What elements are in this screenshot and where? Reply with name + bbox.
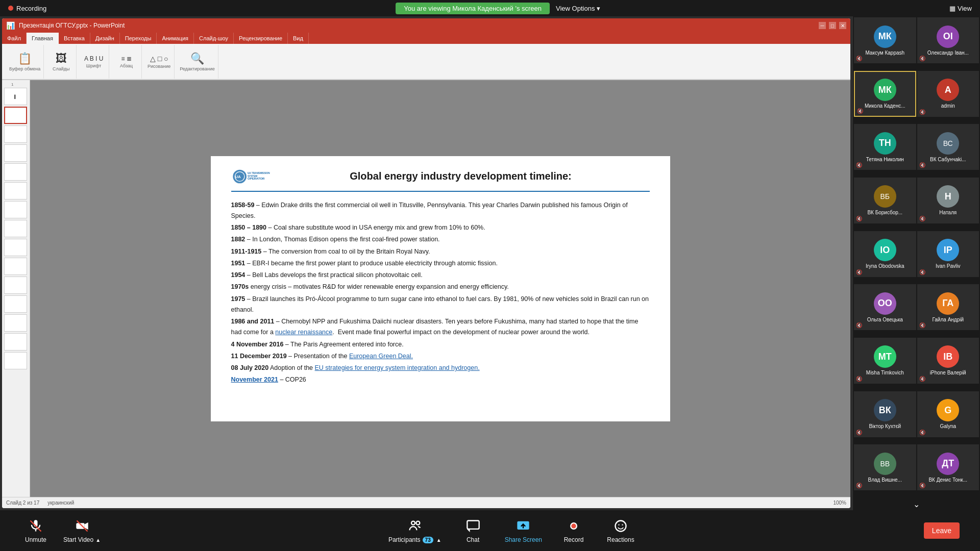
ribbon-tab-animation[interactable]: Анимация <box>157 33 194 44</box>
svg-text:OPERATOR: OPERATOR <box>248 177 265 180</box>
participant-name: admin <box>917 103 979 109</box>
paragraph-group-label: Абзац <box>120 63 133 68</box>
slide-thumb-1[interactable]: ▌ <box>4 88 27 105</box>
ppt-title: Презентація ОГТСУ.pptx - PowerPoint <box>19 22 125 29</box>
unmute-button[interactable]: Unmute <box>20 518 51 543</box>
slide-thumb-7[interactable] <box>4 201 27 218</box>
ribbon-tab-file[interactable]: Файл <box>2 33 27 44</box>
chat-icon <box>465 518 481 534</box>
participant-avatar: MT <box>874 345 896 368</box>
participant-name: Гайла Андрій <box>917 317 979 322</box>
chat-button[interactable]: Chat <box>458 518 488 543</box>
participant-tile-9[interactable]: IPIvan Pavliv🔇 <box>917 231 979 277</box>
svg-rect-14 <box>467 521 479 529</box>
participant-tile-3[interactable]: Aadmin🔇 <box>917 71 979 117</box>
slides-group-label: Слайды <box>53 66 70 71</box>
participant-tile-2[interactable]: МКМикола Каденс...🔇 <box>854 71 916 117</box>
slide-content: UA UA TRANSMISSION SYSTEM OPERATOR Globa… <box>211 156 670 421</box>
participant-name: Iryna Obodovska <box>854 263 916 269</box>
participant-avatar: ТН <box>874 132 896 155</box>
participant-avatar: ВС <box>937 132 959 155</box>
mic-muted-icon: 🔇 <box>856 269 862 275</box>
ribbon-tab-slideshow[interactable]: Слайд-шоу <box>194 33 234 44</box>
participants-button[interactable]: Participants 73 ▲ <box>388 518 442 543</box>
participant-tile-5[interactable]: ВСВК Сабунчаki...🔇 <box>917 124 979 170</box>
participant-tile-8[interactable]: IOIryna Obodovska🔇 <box>854 231 916 277</box>
participant-avatar: IO <box>874 239 896 261</box>
video-chevron-icon[interactable]: ▲ <box>95 537 101 543</box>
ppt-window-controls[interactable]: ─ □ ✕ <box>819 22 846 29</box>
slide-thumb-14[interactable] <box>4 333 27 350</box>
ribbon-tab-transitions[interactable]: Переходы <box>120 33 157 44</box>
participants-chevron-icon[interactable]: ▲ <box>436 537 442 543</box>
participant-name: Влад Вишне... <box>854 477 916 483</box>
slide-thumb-15[interactable] <box>4 352 27 369</box>
participant-tile-12[interactable]: MTMisha Timkovich🔇 <box>854 338 916 384</box>
slide-thumb-9[interactable] <box>4 239 27 256</box>
participants-label-group: Participants 73 ▲ <box>388 536 442 543</box>
slide-title: Global energy industry development timel… <box>272 170 650 182</box>
start-video-group: Start Video ▲ <box>63 536 101 543</box>
slide-thumb-13[interactable] <box>4 314 27 332</box>
slide-container: 1 1 ▌ 2 3 <box>2 80 850 497</box>
mic-muted-icon: 🔇 <box>856 162 862 168</box>
reactions-button[interactable]: Reactions <box>605 518 636 543</box>
record-icon <box>566 518 582 534</box>
chevron-down-icon: ▾ <box>597 5 600 12</box>
participant-tile-13[interactable]: ІВiPhone Валерій🔇 <box>917 338 979 384</box>
leave-button[interactable]: Leave <box>924 522 960 539</box>
slide-thumb-8[interactable] <box>4 220 27 237</box>
slide-count: Слайд 2 из 17 <box>6 500 39 506</box>
view-options-button[interactable]: View Options ▾ <box>556 5 600 12</box>
slide-thumb-11[interactable] <box>4 277 27 294</box>
participant-tile-17[interactable]: ДТВК Денис Тонк...🔇 <box>917 444 979 490</box>
ribbon-tab-insert[interactable]: Вставка <box>59 33 90 44</box>
participant-name: Galyna <box>917 423 979 429</box>
slide-thumb-6[interactable] <box>4 182 27 199</box>
zoom-level: 100% <box>833 500 846 506</box>
top-right-controls: ▦ View <box>949 5 972 12</box>
ribbon-tab-home[interactable]: Главная <box>27 33 59 44</box>
slide-body: 1858-59 – Edwin Drake drills the first c… <box>231 200 650 386</box>
participant-tile-15[interactable]: GGalyna🔇 <box>917 391 979 437</box>
ppt-titlebar: 📊 Презентація ОГТСУ.pptx - PowerPoint ─ … <box>2 18 850 33</box>
scroll-down-indicator[interactable]: ⌄ <box>853 498 980 510</box>
slide-thumb-5[interactable] <box>4 163 27 181</box>
participant-name: Ivan Pavliv <box>917 263 979 269</box>
ribbon-tab-review[interactable]: Рецензирование <box>234 33 288 44</box>
svg-point-13 <box>416 521 420 525</box>
mic-muted-icon: 🔇 <box>856 430 862 435</box>
ribbon-tabs: Файл Главная Вставка Дизайн Переходы Ани… <box>2 33 850 44</box>
record-button[interactable]: Record <box>558 518 589 543</box>
ppt-restore-btn[interactable]: □ <box>829 22 836 29</box>
start-video-button[interactable]: Start Video ▲ <box>63 518 101 543</box>
participant-tile-14[interactable]: ВКВіктор Кухтєй🔇 <box>854 391 916 437</box>
slide-thumb-3[interactable] <box>4 126 27 143</box>
editing-group-label: Редактирование <box>180 66 215 71</box>
slide-thumb-12[interactable] <box>4 295 27 313</box>
ribbon-tab-view[interactable]: Вид <box>288 33 309 44</box>
participant-tile-16[interactable]: ВВВлад Вишне...🔇 <box>854 444 916 490</box>
mic-muted-icon: 🔇 <box>856 56 862 61</box>
ppt-minimize-btn[interactable]: ─ <box>819 22 826 29</box>
slide-thumb-2[interactable] <box>4 107 27 124</box>
participant-tile-7[interactable]: ННаталя🔇 <box>917 178 979 223</box>
recording-indicator: Recording <box>8 5 46 12</box>
participant-tile-6[interactable]: ВБВК Борисбор...🔇 <box>854 178 916 223</box>
participant-tile-0[interactable]: МКМаксум Карраsh🔇 <box>854 17 916 63</box>
ribbon-group-drawing: △ □ ○ Рисование <box>144 45 175 79</box>
participant-avatar: Н <box>937 185 959 208</box>
mic-muted-icon: 🔇 <box>919 162 925 168</box>
participant-avatar: МК <box>874 79 896 101</box>
ppt-close-btn[interactable]: ✕ <box>839 22 846 29</box>
ribbon-tab-design[interactable]: Дизайн <box>90 33 120 44</box>
participant-tile-4[interactable]: ТНТетяна Николин🔇 <box>854 124 916 170</box>
slide-thumb-10[interactable] <box>4 258 27 275</box>
participant-tile-11[interactable]: ГАГайла Андрій🔇 <box>917 284 979 330</box>
slide-thumb-4[interactable] <box>4 144 27 162</box>
participant-name: ВК Денис Тонк... <box>917 477 979 483</box>
participant-tile-1[interactable]: ОІОлександр Іван...🔇 <box>917 17 979 63</box>
svg-text:UA: UA <box>235 174 241 179</box>
share-screen-button[interactable]: Share Screen <box>505 518 542 543</box>
participant-tile-10[interactable]: ОООльга Овецька🔇 <box>854 284 916 330</box>
